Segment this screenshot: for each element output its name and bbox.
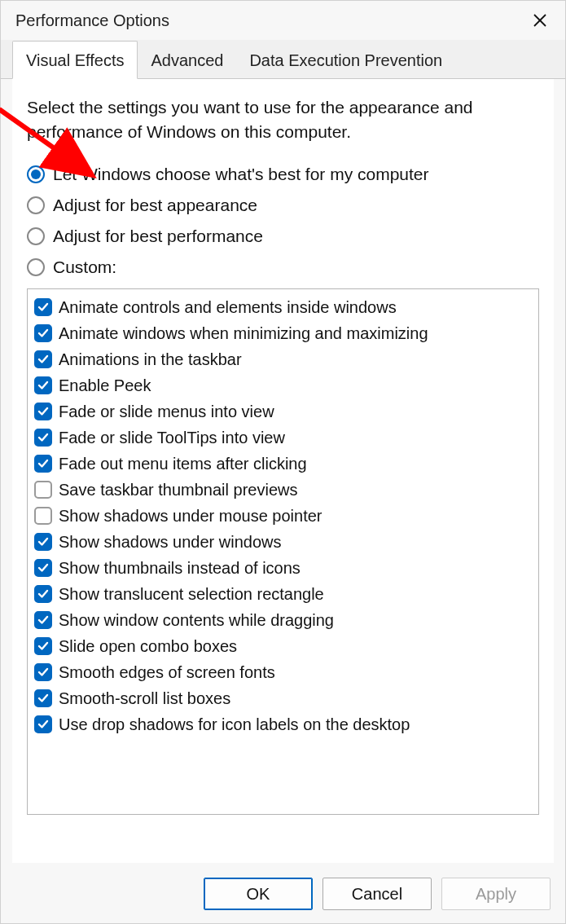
checkbox-label: Fade out menu items after clicking (59, 453, 307, 474)
checkbox-checked-icon (34, 403, 52, 420)
checkbox-option[interactable]: Save taskbar thumbnail previews (34, 477, 532, 503)
checkbox-option[interactable]: Smooth-scroll list boxes (34, 685, 532, 711)
ok-button[interactable]: OK (204, 878, 313, 910)
checkbox-option[interactable]: Enable Peek (34, 372, 532, 398)
checkbox-option[interactable]: Fade out menu items after clicking (34, 451, 532, 477)
checkbox-checked-icon (34, 376, 52, 394)
checkbox-label: Use drop shadows for icon labels on the … (59, 714, 410, 735)
checkbox-label: Show window contents while dragging (59, 609, 334, 631)
radio-option[interactable]: Let Windows choose what's best for my co… (27, 165, 539, 184)
radio-option[interactable]: Adjust for best performance (27, 227, 539, 246)
visual-effects-panel: Select the settings you want to use for … (12, 79, 554, 863)
radio-label: Adjust for best appearance (53, 196, 257, 215)
radio-icon (27, 196, 45, 214)
checkbox-label: Save taskbar thumbnail previews (59, 479, 297, 500)
close-icon (533, 13, 547, 28)
checkbox-checked-icon (34, 585, 52, 603)
checkbox-checked-icon (34, 298, 52, 316)
radio-group: Let Windows choose what's best for my co… (27, 165, 539, 277)
tab-data-execution-prevention[interactable]: Data Execution Prevention (236, 42, 455, 80)
performance-options-dialog: Performance Options Visual EffectsAdvanc… (0, 0, 566, 924)
checkbox-label: Show shadows under mouse pointer (59, 505, 322, 526)
checkbox-option[interactable]: Fade or slide menus into view (34, 398, 532, 425)
checkbox-checked-icon (34, 350, 52, 368)
dialog-buttons: OK Cancel Apply (204, 878, 551, 910)
checkbox-checked-icon (34, 611, 52, 629)
checkbox-label: Smooth-scroll list boxes (59, 688, 230, 709)
checkbox-checked-icon (34, 715, 52, 733)
apply-button: Apply (441, 878, 551, 910)
effects-listbox[interactable]: Animate controls and elements inside win… (27, 288, 539, 815)
checkbox-option[interactable]: Show thumbnails instead of icons (34, 555, 532, 581)
window-title: Performance Options (15, 11, 528, 30)
panel-description: Select the settings you want to use for … (27, 95, 539, 145)
checkbox-option[interactable]: Slide open combo boxes (34, 633, 532, 659)
checkbox-unchecked-icon (34, 481, 52, 499)
checkbox-label: Animate windows when minimizing and maxi… (59, 323, 428, 344)
checkbox-label: Slide open combo boxes (59, 636, 237, 657)
checkbox-label: Show translucent selection rectangle (59, 583, 324, 605)
checkbox-option[interactable]: Show shadows under windows (34, 529, 532, 555)
checkbox-option[interactable]: Use drop shadows for icon labels on the … (34, 711, 532, 737)
cancel-button[interactable]: Cancel (322, 878, 432, 910)
checkbox-label: Enable Peek (59, 375, 151, 396)
tab-advanced[interactable]: Advanced (138, 42, 236, 80)
checkbox-checked-icon (34, 559, 52, 577)
checkbox-option[interactable]: Animate windows when minimizing and maxi… (34, 320, 532, 346)
checkbox-checked-icon (34, 533, 52, 551)
checkbox-checked-icon (34, 429, 52, 447)
checkbox-option[interactable]: Animate controls and elements inside win… (34, 294, 532, 320)
checkbox-checked-icon (34, 663, 52, 681)
checkbox-label: Show shadows under windows (59, 531, 282, 552)
radio-option[interactable]: Custom: (27, 257, 539, 277)
checkbox-option[interactable]: Fade or slide ToolTips into view (34, 425, 532, 451)
checkbox-label: Animations in the taskbar (59, 349, 242, 370)
checkbox-unchecked-icon (34, 507, 52, 525)
radio-option[interactable]: Adjust for best appearance (27, 196, 539, 215)
radio-icon (27, 165, 45, 183)
radio-icon (27, 227, 45, 245)
radio-label: Custom: (53, 257, 116, 277)
checkbox-label: Fade or slide ToolTips into view (59, 427, 285, 448)
checkbox-label: Fade or slide menus into view (59, 401, 274, 422)
tabstrip: Visual EffectsAdvancedData Execution Pre… (1, 40, 565, 79)
checkbox-option[interactable]: Show translucent selection rectangle (34, 581, 532, 607)
titlebar: Performance Options (1, 1, 565, 40)
checkbox-option[interactable]: Show window contents while dragging (34, 607, 532, 633)
radio-icon (27, 258, 45, 276)
checkbox-label: Show thumbnails instead of icons (59, 557, 301, 579)
checkbox-checked-icon (34, 689, 52, 707)
radio-label: Let Windows choose what's best for my co… (53, 165, 429, 184)
checkbox-checked-icon (34, 324, 52, 342)
checkbox-option[interactable]: Animations in the taskbar (34, 346, 532, 372)
checkbox-option[interactable]: Smooth edges of screen fonts (34, 659, 532, 685)
radio-label: Adjust for best performance (53, 227, 263, 246)
checkbox-label: Animate controls and elements inside win… (59, 297, 397, 318)
close-button[interactable] (528, 8, 552, 33)
checkbox-checked-icon (34, 637, 52, 655)
checkbox-option[interactable]: Show shadows under mouse pointer (34, 503, 532, 529)
checkbox-label: Smooth edges of screen fonts (59, 662, 275, 683)
tab-visual-effects[interactable]: Visual Effects (12, 41, 138, 79)
checkbox-checked-icon (34, 455, 52, 473)
